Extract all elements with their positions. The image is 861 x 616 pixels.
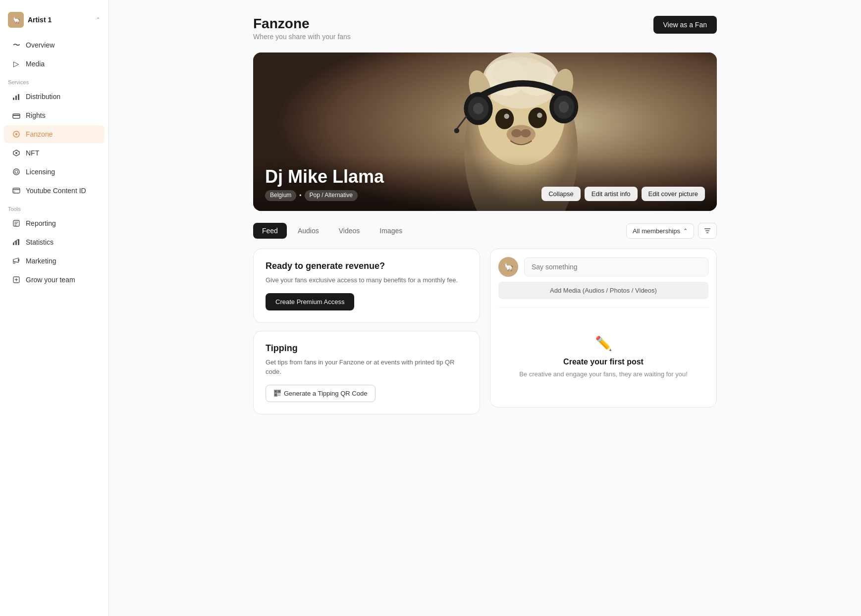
svg-rect-21 [18,259,19,261]
content-grid: Ready to generate revenue? Give your fan… [253,249,717,414]
post-input-row: 🦙 [498,257,708,277]
sidebar-item-marketing[interactable]: Marketing [4,252,105,270]
pencil-icon: ✏️ [508,335,699,352]
premium-panel-desc: Give your fans exclusive access to many … [266,275,468,285]
right-column: 🦙 Add Media (Audios / Photos / Videos) ✏… [490,249,717,408]
sidebar-item-label: Youtube Content ID [26,187,86,195]
sidebar-item-nft[interactable]: NFT [4,144,105,162]
edit-cover-picture-button[interactable]: Edit cover picture [642,187,705,201]
svg-rect-4 [13,115,20,116]
tabs-left: Feed Audios Videos Images [253,223,626,239]
sidebar: 🦙 Artist 1 ⌃ 〜 Overview ▷ Media Services… [0,0,109,616]
post-area: 🦙 Add Media (Audios / Photos / Videos) ✏… [490,249,717,408]
tipping-panel-desc: Get tips from fans in your Fanzone or at… [266,358,468,377]
svg-point-9 [13,169,19,175]
sidebar-item-media[interactable]: ▷ Media [4,55,105,73]
artist-name: Artist 1 [28,16,92,24]
chevron-down-icon: ⌃ [683,228,688,234]
svg-rect-12 [13,189,20,190]
cover-artist-name: Dj Mike Llama [265,166,384,187]
artist-selector[interactable]: 🦙 Artist 1 ⌃ [0,8,108,36]
sidebar-item-fanzone[interactable]: Fanzone [4,125,105,143]
create-premium-access-button[interactable]: Create Premium Access [266,293,354,310]
page-title: Fanzone [253,16,351,32]
view-as-fan-button[interactable]: View as a Fan [653,16,717,34]
svg-point-36 [504,114,509,119]
membership-select[interactable]: All memberships ⌃ [626,223,694,239]
sidebar-item-label: Media [26,60,45,68]
svg-rect-24 [16,278,16,281]
overview-icon: 〜 [12,41,21,50]
empty-post-desc: Be creative and engage your fans, they a… [508,369,699,379]
distribution-icon [12,92,21,101]
sidebar-item-overview[interactable]: 〜 Overview [4,36,105,54]
collapse-button[interactable]: Collapse [541,187,581,201]
qr-button-label: Generate a Tipping QR Code [284,390,367,397]
svg-rect-58 [279,394,280,395]
sidebar-item-statistics[interactable]: Statistics [4,233,105,251]
membership-label: All memberships [633,227,680,235]
sidebar-item-youtube[interactable]: Youtube Content ID [4,182,105,200]
svg-rect-0 [13,98,14,100]
sidebar-item-label: Statistics [26,238,54,246]
premium-panel: Ready to generate revenue? Give your fan… [253,249,480,323]
artist-avatar: 🦙 [8,12,24,28]
svg-point-47 [454,128,459,133]
tab-videos[interactable]: Videos [330,223,369,239]
svg-rect-15 [14,222,18,222]
filter-button[interactable] [698,223,717,239]
media-icon: ▷ [12,59,21,68]
tools-section-label: Tools [0,200,108,214]
tab-images[interactable]: Images [371,223,411,239]
generate-qr-button[interactable]: Generate a Tipping QR Code [266,385,376,402]
svg-rect-1 [15,96,17,100]
youtube-icon [12,186,21,195]
premium-panel-title: Ready to generate revenue? [266,261,468,271]
add-media-button[interactable]: Add Media (Audios / Photos / Videos) [498,282,708,299]
divider [498,307,708,308]
left-column: Ready to generate revenue? Give your fan… [253,249,480,414]
svg-rect-20 [18,239,19,245]
tabs-right: All memberships ⌃ [626,223,717,239]
page-subtitle: Where you share with your fans [253,33,351,41]
empty-post-title: Create your first post [508,358,699,366]
services-section-label: Services [0,73,108,87]
grow-team-icon [12,275,21,284]
tabs-row: Feed Audios Videos Images All membership… [253,223,717,239]
svg-rect-52 [275,391,276,392]
filter-icon [703,227,711,235]
tipping-panel: Tipping Get tips from fans in your Fanzo… [253,331,480,414]
statistics-icon [12,238,21,247]
edit-artist-info-button[interactable]: Edit artist info [585,187,638,201]
sidebar-item-label: Reporting [26,219,56,227]
marketing-icon [12,257,21,265]
sidebar-item-rights[interactable]: Rights [4,106,105,124]
svg-rect-3 [13,114,20,118]
sidebar-item-reporting[interactable]: Reporting [4,214,105,232]
cover-overlay: Dj Mike Llama Belgium • Pop / Alternativ… [253,156,717,211]
sidebar-item-grow-team[interactable]: Grow your team [4,271,105,289]
svg-point-6 [15,133,17,135]
cover-tag-genre: Pop / Alternative [305,190,358,201]
sidebar-item-label: Grow your team [26,276,75,284]
svg-rect-56 [275,394,276,396]
qr-icon [274,390,281,397]
nft-icon [12,149,21,157]
sidebar-item-label: Fanzone [26,130,53,138]
tab-audios[interactable]: Audios [289,223,328,239]
main-content: Fanzone Where you share with your fans V… [109,0,861,616]
post-text-input[interactable] [524,257,708,276]
svg-rect-13 [13,191,15,193]
sidebar-item-licensing[interactable]: Licensing [4,163,105,181]
svg-rect-17 [14,225,16,225]
svg-rect-16 [14,223,17,224]
svg-rect-60 [279,395,280,396]
tipping-panel-title: Tipping [266,343,468,354]
artist-info: Dj Mike Llama Belgium • Pop / Alternativ… [265,166,384,201]
post-avatar: 🦙 [498,257,518,277]
tab-feed[interactable]: Feed [253,223,287,239]
sidebar-item-label: Distribution [26,93,60,101]
sidebar-item-distribution[interactable]: Distribution [4,88,105,105]
svg-point-39 [511,129,522,138]
svg-rect-54 [278,391,280,392]
